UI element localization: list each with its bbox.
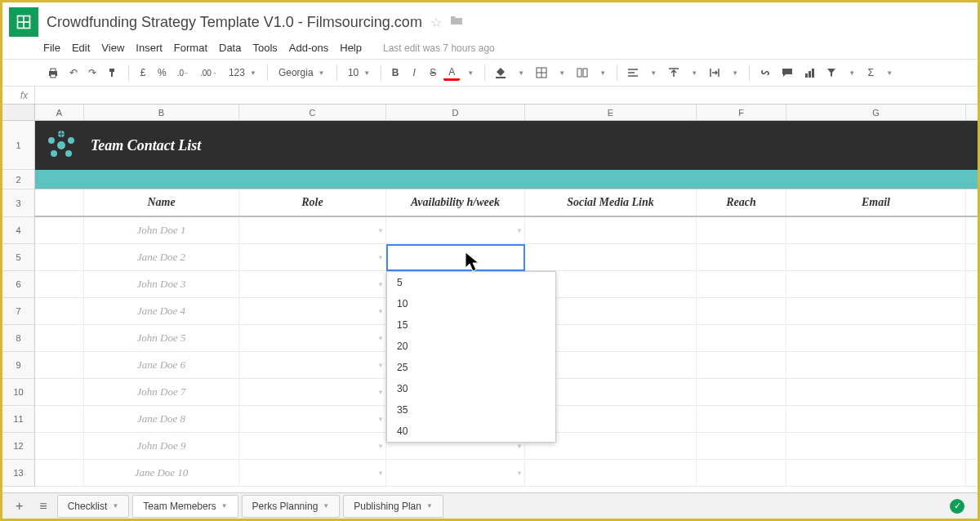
folder-icon[interactable] (450, 15, 463, 29)
reach-cell[interactable] (697, 271, 786, 297)
strikethrough-button[interactable]: S (425, 63, 441, 82)
fill-color-caret[interactable]: ▼ (513, 63, 529, 82)
col-header-a[interactable]: A (35, 105, 84, 120)
star-icon[interactable]: ☆ (430, 15, 442, 30)
row-header[interactable]: 3 (2, 189, 34, 217)
number-format-select[interactable]: 123▼ (224, 65, 261, 80)
wrap-button[interactable] (705, 63, 724, 82)
social-cell[interactable] (525, 460, 697, 486)
col-header-d[interactable]: D (386, 105, 525, 120)
row-header[interactable]: 13 (2, 460, 34, 487)
row-header[interactable]: 5 (2, 244, 34, 271)
reach-cell[interactable] (697, 325, 786, 351)
dropdown-arrow-icon[interactable]: ▼ (516, 470, 523, 477)
role-cell[interactable]: ▼ (239, 352, 386, 378)
dropdown-option[interactable]: 30 (387, 378, 555, 399)
dropdown-option[interactable]: 10 (387, 293, 555, 314)
name-cell[interactable]: Jane Doe 8 (84, 406, 239, 432)
menu-file[interactable]: File (43, 42, 60, 54)
menu-format[interactable]: Format (174, 42, 207, 54)
row-header[interactable]: 10 (2, 379, 34, 406)
document-title[interactable]: Crowdfunding Strategy Template V1.0 - Fi… (47, 14, 422, 31)
dropdown-arrow-icon[interactable]: ▼ (377, 470, 384, 477)
redo-icon[interactable]: ↷ (84, 63, 100, 82)
menu-view[interactable]: View (101, 42, 124, 54)
dropdown-option[interactable]: 15 (387, 314, 555, 336)
dropdown-arrow-icon[interactable]: ▼ (377, 362, 384, 369)
row-header[interactable]: 7 (2, 298, 34, 325)
dropdown-arrow-icon[interactable]: ▼ (377, 281, 384, 288)
reach-cell[interactable] (697, 460, 786, 486)
dropdown-arrow-icon[interactable]: ▼ (377, 389, 384, 396)
cell[interactable] (35, 298, 84, 324)
email-cell[interactable] (786, 217, 966, 243)
saved-status-icon[interactable]: ✓ (950, 499, 964, 514)
cell[interactable] (35, 406, 84, 432)
comment-icon[interactable] (777, 63, 797, 82)
menu-insert[interactable]: Insert (136, 42, 163, 54)
row-header[interactable]: 11 (2, 406, 34, 433)
col-header-g[interactable]: G (786, 105, 966, 120)
reach-cell[interactable] (697, 352, 786, 378)
paint-format-icon[interactable] (103, 63, 122, 82)
valign-button[interactable] (664, 63, 684, 82)
availability-cell[interactable]: ▼ (386, 244, 525, 270)
italic-button[interactable]: I (406, 63, 422, 82)
availability-cell[interactable]: ▼ (386, 217, 525, 243)
dropdown-option[interactable]: 35 (387, 399, 555, 421)
social-cell[interactable] (525, 244, 697, 270)
dropdown-arrow-icon[interactable]: ▼ (377, 335, 384, 342)
menu-data[interactable]: Data (219, 42, 241, 54)
role-cell[interactable]: ▼ (239, 298, 386, 324)
social-cell[interactable] (525, 217, 697, 243)
row-header[interactable]: 2 (2, 170, 34, 189)
name-cell[interactable]: Jane Doe 10 (84, 460, 239, 486)
decimal-increase-button[interactable]: .00→ (196, 63, 221, 82)
sheet-tab-publishing[interactable]: Publishing Plan▼ (343, 495, 443, 518)
undo-icon[interactable]: ↶ (65, 63, 82, 82)
merge-cells-button[interactable] (572, 63, 592, 82)
row-header[interactable]: 12 (2, 433, 34, 460)
cell[interactable] (35, 460, 84, 486)
row-header[interactable]: 6 (2, 271, 34, 298)
header-email[interactable]: Email (786, 189, 966, 216)
cell[interactable] (35, 189, 84, 216)
chart-icon[interactable] (800, 63, 819, 82)
col-header-b[interactable]: B (84, 105, 239, 120)
name-cell[interactable]: John Doe 9 (84, 433, 239, 459)
filter-icon[interactable] (822, 63, 841, 82)
menu-tools[interactable]: Tools (252, 42, 277, 54)
print-icon[interactable] (43, 63, 63, 82)
col-header-c[interactable]: C (239, 105, 386, 120)
all-sheets-button[interactable]: ≡ (33, 496, 53, 517)
cell[interactable] (35, 325, 84, 351)
name-cell[interactable]: Jane Doe 6 (84, 352, 239, 378)
header-role[interactable]: Role (239, 189, 386, 216)
menu-help[interactable]: Help (340, 42, 362, 54)
header-availability[interactable]: Availability h/week (386, 189, 525, 216)
fill-color-button[interactable] (491, 63, 510, 82)
bold-button[interactable]: B (387, 63, 403, 82)
dropdown-arrow-icon[interactable]: ▼ (377, 416, 384, 423)
dropdown-option[interactable]: 5 (387, 272, 555, 293)
menu-addons[interactable]: Add-ons (289, 42, 328, 54)
sheet-tab-perks[interactable]: Perks Planning▼ (242, 495, 341, 518)
email-cell[interactable] (786, 352, 966, 378)
halign-caret[interactable]: ▼ (645, 63, 662, 82)
col-header-e[interactable]: E (525, 105, 697, 120)
merge-caret[interactable]: ▼ (595, 63, 611, 82)
reach-cell[interactable] (697, 406, 786, 432)
cell[interactable] (35, 271, 84, 297)
dropdown-arrow-icon[interactable]: ▼ (516, 443, 523, 450)
borders-button[interactable] (532, 63, 551, 82)
reach-cell[interactable] (697, 379, 786, 405)
text-color-button[interactable]: A (443, 65, 460, 81)
role-cell[interactable]: ▼ (239, 325, 386, 351)
role-cell[interactable]: ▼ (239, 433, 386, 459)
email-cell[interactable] (786, 379, 966, 405)
col-header-f[interactable]: F (697, 105, 786, 120)
reach-cell[interactable] (697, 217, 786, 243)
header-reach[interactable]: Reach (697, 189, 786, 216)
sheet-tab-checklist[interactable]: Checklist▼ (57, 495, 130, 518)
filter-caret[interactable]: ▼ (844, 63, 860, 82)
